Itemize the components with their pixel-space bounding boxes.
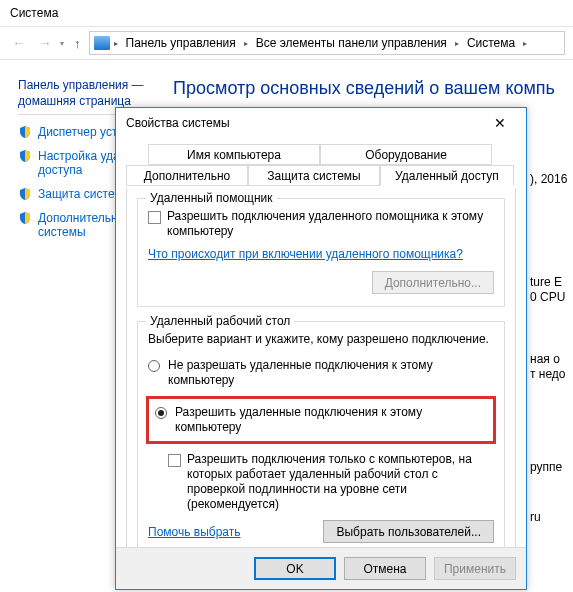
- sidebar-item-label: Настройка уда: [38, 149, 120, 163]
- sidebar-item-label: доступа: [38, 163, 82, 177]
- close-button[interactable]: ✕: [480, 109, 520, 137]
- shield-icon: [18, 149, 32, 163]
- partial-text: ), 2016: [530, 172, 567, 186]
- sidebar-home-link[interactable]: Панель управления —: [18, 78, 155, 92]
- partial-text: ture E: [530, 275, 562, 289]
- chevron-right-icon: ▸: [114, 39, 118, 48]
- forward-button: →: [34, 32, 56, 54]
- checkbox-label: Разрешить подключения только с компьютер…: [187, 452, 494, 512]
- ok-button[interactable]: OK: [254, 557, 336, 580]
- radio-allow-connections[interactable]: Разрешить удаленные подключения к этому …: [155, 405, 487, 435]
- dialog-titlebar[interactable]: Свойства системы ✕: [116, 108, 526, 138]
- radio-label: Разрешить удаленные подключения к этому …: [175, 405, 487, 435]
- address-bar[interactable]: ▸ Панель управления ▸ Все элементы панел…: [89, 31, 566, 55]
- shield-icon: [18, 211, 32, 225]
- partial-text: т недо: [530, 367, 566, 381]
- tab-system-protection[interactable]: Защита системы: [248, 165, 380, 186]
- checkbox-nla[interactable]: [168, 454, 181, 467]
- group-title: Удаленный помощник: [146, 191, 277, 205]
- partial-text: руппе: [530, 460, 562, 474]
- close-icon: ✕: [494, 115, 506, 131]
- radio-icon: [155, 407, 167, 419]
- link-what-happens[interactable]: Что происходит при включении удаленного …: [148, 247, 463, 261]
- apply-button: Применить: [434, 557, 516, 580]
- tab-remote[interactable]: Удаленный доступ: [380, 165, 514, 186]
- tab-hardware[interactable]: Оборудование: [320, 144, 492, 165]
- group-remote-desktop: Удаленный рабочий стол Выберите вариант …: [137, 321, 505, 547]
- group-remote-assistance: Удаленный помощник Разрешить подключения…: [137, 198, 505, 307]
- chevron-right-icon: ▸: [455, 39, 459, 48]
- sidebar-item-label: Дополнительн: [38, 211, 118, 225]
- breadcrumb[interactable]: Все элементы панели управления: [252, 34, 451, 52]
- tab-advanced[interactable]: Дополнительно: [126, 165, 248, 186]
- partial-text: 0 CPU: [530, 290, 565, 304]
- sidebar-item-label: Диспетчер устр: [38, 125, 124, 139]
- group-description: Выберите вариант и укажите, кому разреше…: [148, 332, 494, 346]
- system-properties-dialog: Свойства системы ✕ Имя компьютера Оборуд…: [115, 107, 527, 590]
- link-help-choose[interactable]: Помочь выбрать: [148, 525, 241, 539]
- tabstrip: Имя компьютера Оборудование Дополнительн…: [126, 144, 516, 188]
- advanced-button: Дополнительно...: [372, 271, 494, 294]
- computer-icon: [94, 36, 110, 50]
- radio-label: Не разрешать удаленные подключения к это…: [168, 358, 494, 388]
- chevron-right-icon: ▸: [523, 39, 527, 48]
- dialog-title: Свойства системы: [126, 116, 230, 130]
- sidebar-item-label: Защита систем: [38, 187, 123, 201]
- tab-computer-name[interactable]: Имя компьютера: [148, 144, 320, 165]
- history-dropdown-icon[interactable]: ▾: [60, 39, 64, 48]
- dialog-button-bar: OK Отмена Применить: [116, 547, 526, 589]
- shield-icon: [18, 187, 32, 201]
- breadcrumb[interactable]: Панель управления: [122, 34, 240, 52]
- up-button[interactable]: ↑: [74, 36, 81, 51]
- partial-text: ная о: [530, 352, 560, 366]
- page-title: Просмотр основных сведений о вашем компь: [173, 78, 555, 99]
- back-button: ←: [8, 32, 30, 54]
- explorer-toolbar: ← → ▾ ↑ ▸ Панель управления ▸ Все элемен…: [0, 26, 573, 60]
- cancel-button[interactable]: Отмена: [344, 557, 426, 580]
- checkbox-allow-remote-assistance[interactable]: [148, 211, 161, 224]
- radio-deny-connections[interactable]: Не разрешать удаленные подключения к это…: [148, 358, 494, 388]
- shield-icon: [18, 125, 32, 139]
- radio-icon: [148, 360, 160, 372]
- group-title: Удаленный рабочий стол: [146, 314, 294, 328]
- chevron-right-icon: ▸: [244, 39, 248, 48]
- select-users-button[interactable]: Выбрать пользователей...: [323, 520, 494, 543]
- checkbox-label: Разрешить подключения удаленного помощни…: [167, 209, 494, 239]
- breadcrumb[interactable]: Система: [463, 34, 519, 52]
- parent-window-title: Система: [0, 0, 573, 26]
- sidebar-item-label: системы: [38, 225, 86, 239]
- tab-panel-remote: Удаленный помощник Разрешить подключения…: [126, 188, 516, 547]
- highlight-box: Разрешить удаленные подключения к этому …: [146, 396, 496, 444]
- partial-text: ru: [530, 510, 541, 524]
